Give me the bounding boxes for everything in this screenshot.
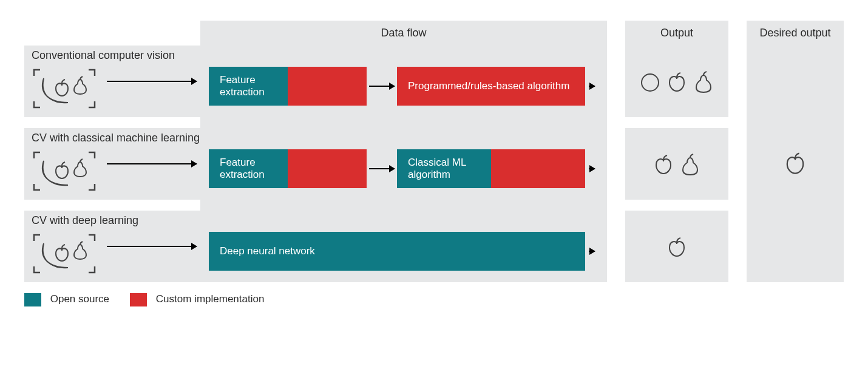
row-2-input: CV with deep learning [24, 211, 200, 282]
flow-segment-red [288, 149, 367, 188]
row-0-output [625, 46, 728, 117]
header-blank [24, 21, 200, 46]
circle-icon [638, 69, 662, 93]
row-0-title: Conventional computer vision [32, 49, 175, 62]
arrow-icon [107, 246, 197, 247]
legend-swatch-red [130, 293, 147, 306]
diagram-stage: Data flow Output Desired output Conventi… [24, 21, 844, 282]
pear-icon [678, 152, 702, 176]
row-0-dataflow: Feature extractionProgrammed/rules-based… [200, 46, 607, 117]
output-icons [638, 69, 716, 93]
arrow-icon [369, 86, 395, 87]
apple-icon [651, 152, 676, 176]
legend-item: Open source [24, 293, 109, 306]
arrow-icon [589, 168, 595, 169]
output-icons [665, 234, 689, 259]
apple-icon [665, 234, 689, 259]
legend-label: Custom implementation [156, 293, 265, 305]
flow-block: Classical ML algorithm [397, 149, 585, 188]
flow-segment-teal: Deep neural network [209, 232, 585, 271]
row-2-title: CV with deep learning [32, 214, 138, 227]
row-2-dataflow: Deep neural network [200, 211, 607, 282]
flow-block: Feature extraction [209, 149, 367, 188]
apple-icon [665, 69, 689, 93]
flow-segment-teal: Feature extraction [209, 67, 288, 106]
flow-segment-teal: Feature extraction [209, 149, 288, 188]
header-dataflow: Data flow [200, 21, 607, 46]
flow-segment-red [491, 149, 585, 188]
row-1-input: CV with classical machine learning [24, 128, 200, 200]
row-0-input: Conventional computer vision [24, 46, 200, 117]
row-2-output [625, 211, 728, 282]
apple-icon [782, 149, 809, 178]
arrow-icon [589, 251, 595, 252]
flow-segment-red: Programmed/rules-based algorithm [397, 67, 585, 106]
flow-segment-teal: Classical ML algorithm [397, 149, 491, 188]
legend-label: Open source [50, 293, 109, 305]
flow-block: Programmed/rules-based algorithm [397, 67, 585, 106]
arrow-icon [107, 81, 197, 82]
svg-point-0 [642, 74, 659, 91]
arrow-icon [589, 86, 595, 87]
desired-output [747, 46, 844, 282]
legend-swatch-teal [24, 293, 41, 306]
flow-block: Feature extraction [209, 67, 367, 106]
arrow-icon [369, 168, 395, 169]
legend: Open source Custom implementation [24, 293, 844, 306]
row-1-output [625, 128, 728, 200]
header-output: Output [625, 21, 728, 46]
header-desired: Desired output [747, 21, 844, 46]
legend-item: Custom implementation [130, 293, 264, 306]
flow-segment-red [288, 67, 367, 106]
pear-icon [691, 69, 716, 93]
flow-block: Deep neural network [209, 232, 585, 271]
arrow-icon [107, 163, 197, 164]
row-1-dataflow: Feature extractionClassical ML algorithm [200, 128, 607, 200]
output-icons [651, 152, 702, 176]
row-1-title: CV with classical machine learning [32, 132, 200, 144]
